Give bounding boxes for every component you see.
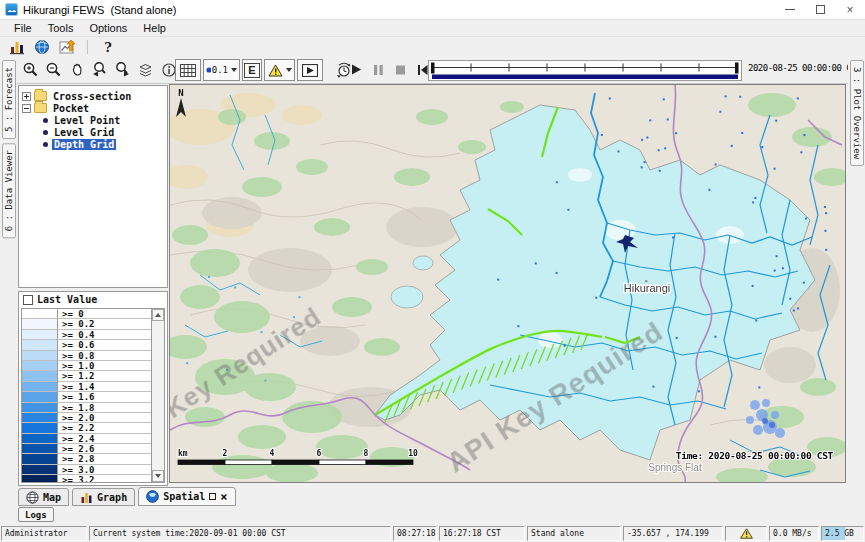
legend-scrollbar[interactable]	[151, 309, 164, 482]
tree-node-label[interactable]: Depth Grid	[52, 139, 116, 150]
status-local-time: 16:27:18 CST	[439, 526, 525, 541]
tree-node-pocket[interactable]: Pocket	[21, 102, 165, 114]
legend-row[interactable]: >= 1.0	[22, 361, 151, 371]
legend-color-swatch	[22, 403, 58, 413]
legend-row[interactable]: >= 2.4	[22, 434, 151, 444]
last-value-checkbox[interactable]	[23, 295, 33, 305]
legend-row[interactable]: >= 3.0	[22, 465, 151, 475]
tab-spatial[interactable]: Spatial ×	[138, 487, 235, 506]
legend-row-label: >= 0.8	[58, 351, 151, 361]
minimize-button[interactable]	[775, 0, 805, 19]
tab-graph[interactable]: Graph	[72, 488, 135, 506]
tree-node-label[interactable]: Level Grid	[52, 127, 116, 138]
bullet-icon	[43, 130, 48, 135]
zoom-out-button[interactable]	[43, 59, 64, 80]
legend-row[interactable]: >= 0.6	[22, 340, 151, 350]
legend-row[interactable]: >= 0	[22, 309, 151, 319]
folder-icon	[34, 103, 47, 113]
legend-color-swatch	[22, 392, 58, 402]
tab-close-icon[interactable]: ×	[220, 493, 227, 501]
step-back-button[interactable]	[415, 59, 429, 80]
tab-plot-overview[interactable]: 3 : Plot Overview	[850, 60, 864, 166]
map-display-globe-icon[interactable]	[33, 39, 51, 56]
maximize-button[interactable]	[805, 0, 835, 19]
play-button[interactable]	[349, 59, 363, 80]
legend-color-swatch	[22, 434, 58, 444]
tree-node-label[interactable]: Cross-section	[51, 91, 133, 102]
legend-row[interactable]: >= 0.4	[22, 330, 151, 340]
legend-row[interactable]: >= 1.4	[22, 382, 151, 392]
zoom-next-button[interactable]	[112, 59, 133, 80]
legend-color-swatch	[22, 454, 58, 464]
scroll-up-button[interactable]	[152, 309, 164, 321]
warning-threshold-dropdown[interactable]	[264, 59, 295, 81]
tree-node-level-point[interactable]: Level Point	[21, 114, 165, 126]
legend-row[interactable]: >= 0.2	[22, 319, 151, 329]
map-viewport[interactable]: API Key Required API Key Required N km 2…	[169, 84, 846, 483]
legend-row[interactable]: >= 2.0	[22, 413, 151, 423]
tab-label: Graph	[97, 492, 127, 503]
slider-right-handle[interactable]	[735, 63, 739, 74]
pause-button[interactable]	[371, 59, 385, 80]
svg-text:8: 8	[364, 449, 369, 458]
tree-node-label[interactable]: Level Point	[52, 115, 122, 126]
legend-row[interactable]: >= 1.6	[22, 392, 151, 402]
logs-button[interactable]: Logs	[18, 507, 54, 522]
last-value-label: Last Value	[37, 294, 97, 305]
view-tab-bar: Map Graph Spatial ×	[18, 487, 236, 506]
time-slider[interactable]	[428, 60, 742, 81]
animation-export-button[interactable]	[297, 59, 323, 81]
stop-button[interactable]	[393, 59, 407, 80]
legend-row[interactable]: >= 3.2	[22, 475, 151, 482]
tab-forecast[interactable]: 5 : Forecast	[2, 60, 16, 139]
legend-toggle-button[interactable]: E	[242, 59, 262, 81]
grid-display-button[interactable]	[175, 59, 201, 81]
slider-range-bar[interactable]	[432, 75, 738, 80]
zoom-in-button[interactable]	[20, 59, 41, 80]
legend-row-label: >= 1.2	[58, 371, 151, 381]
menu-tools[interactable]: Tools	[40, 21, 82, 36]
svg-text:6: 6	[317, 449, 322, 458]
tab-label: Spatial	[163, 491, 205, 502]
legend-row-label: >= 0	[58, 309, 151, 319]
arrow-up-icon	[155, 313, 161, 317]
menu-help[interactable]: Help	[135, 21, 174, 36]
status-warning-cell[interactable]	[725, 526, 767, 541]
menu-file[interactable]: File	[6, 21, 40, 36]
tree-node-depth-grid[interactable]: Depth Grid	[21, 138, 165, 150]
legend-color-swatch	[22, 361, 58, 371]
svg-text:km: km	[178, 449, 188, 458]
slider-left-handle[interactable]	[431, 63, 435, 74]
tree-node-level-grid[interactable]: Level Grid	[21, 126, 165, 138]
legend-row[interactable]: >= 1.2	[22, 371, 151, 381]
layers-icon[interactable]	[135, 59, 156, 80]
legend-row[interactable]: >= 2.2	[22, 423, 151, 433]
legend-row[interactable]: >= 2.6	[22, 444, 151, 454]
legend-row-label: >= 3.2	[58, 475, 151, 482]
menu-options[interactable]: Options	[81, 21, 135, 36]
legend-row[interactable]: >= 1.8	[22, 403, 151, 413]
tree-node-label[interactable]: Pocket	[51, 103, 91, 114]
legend-row[interactable]: >= 0.8	[22, 351, 151, 361]
pan-hand-icon[interactable]	[66, 59, 87, 80]
tab-data-viewer[interactable]: 6 : Data Viewer	[2, 143, 16, 238]
tab-map[interactable]: Map	[18, 488, 69, 506]
expand-icon[interactable]	[22, 92, 31, 101]
globe-icon	[146, 490, 159, 503]
warning-triangle-icon	[268, 64, 283, 77]
help-button[interactable]: ?	[99, 39, 117, 56]
tab-restore-icon[interactable]	[209, 493, 216, 500]
timeseries-dialog-icon[interactable]	[58, 39, 76, 56]
legend-color-swatch	[22, 371, 58, 381]
contour-threshold-dropdown[interactable]: 0.1	[203, 59, 240, 81]
close-icon: ×	[846, 5, 853, 15]
zoom-previous-button[interactable]	[89, 59, 110, 80]
legend-color-swatch	[22, 309, 58, 319]
maximize-icon	[816, 5, 825, 14]
close-button[interactable]: ×	[835, 0, 865, 19]
legend-color-swatch	[22, 475, 58, 482]
legend-row[interactable]: >= 2.8	[22, 454, 151, 464]
scroll-down-button[interactable]	[152, 470, 164, 482]
collapse-icon[interactable]	[22, 104, 31, 113]
explorer-bars-icon[interactable]	[8, 39, 26, 56]
